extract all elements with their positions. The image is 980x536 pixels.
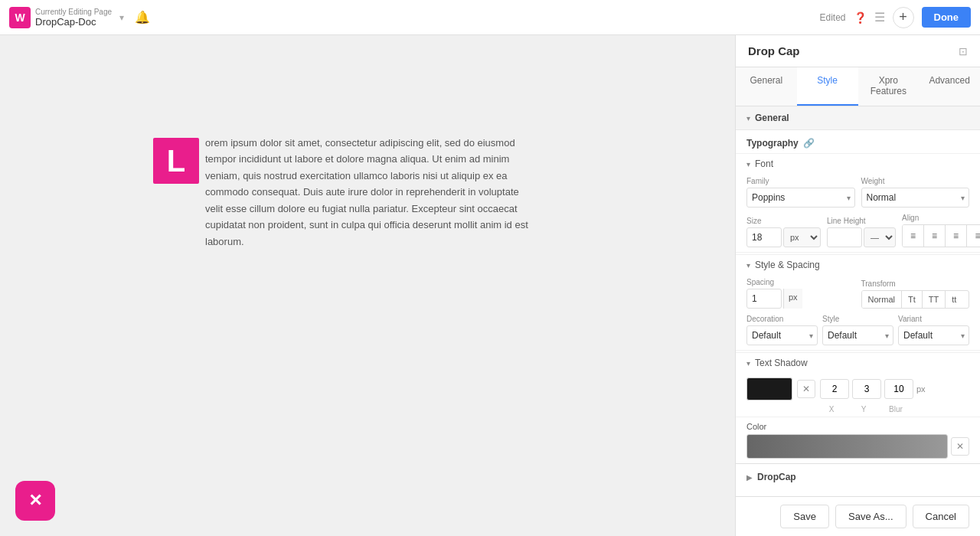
size-input[interactable]: [746, 227, 782, 247]
panel-title: Drop Cap: [748, 44, 800, 57]
align-label: Align: [902, 214, 980, 222]
transform-lowercase-button[interactable]: tt: [946, 291, 962, 308]
align-group: Align ≡ ≡ ≡ ≡: [902, 214, 980, 247]
shadow-color-swatch[interactable]: [746, 377, 792, 400]
transform-uppercase-button[interactable]: TT: [923, 291, 946, 308]
lineheight-unit[interactable]: — px: [864, 227, 896, 247]
add-button[interactable]: +: [893, 7, 914, 28]
variant-group: Variant Default: [898, 315, 969, 345]
save-button[interactable]: Save: [780, 505, 829, 528]
content-block: L orem ipsum dolor sit amet, consectetur…: [153, 135, 536, 250]
text-shadow-label: Text Shadow: [755, 358, 808, 368]
color-clear-button[interactable]: ✕: [951, 437, 969, 456]
done-button[interactable]: Done: [922, 7, 972, 28]
lineheight-group: Line Height — px: [827, 217, 896, 247]
variant-label: Variant: [898, 315, 969, 323]
dropcap-label: DropCap: [757, 472, 796, 482]
size-group: Size px em rem: [746, 217, 821, 247]
deco-style-label: Style: [822, 315, 893, 323]
decoration-group: Decoration Default: [746, 315, 818, 345]
main-layout: L orem ipsum dolor sit amet, consectetur…: [0, 35, 980, 536]
page-name: DropCap-Doc: [35, 16, 112, 28]
content-text: orem ipsum dolor sit amet, consectetur a…: [205, 135, 536, 250]
topbar-right: Edited ❓ ☰ + Done: [819, 7, 971, 28]
shadow-labels: X Y Blur: [736, 405, 980, 417]
weight-select[interactable]: Normal: [861, 188, 970, 208]
typography-header: Typography 🔗: [736, 130, 980, 154]
weight-label: Weight: [861, 177, 970, 185]
style-spacing-chevron: ▾: [746, 261, 750, 270]
transform-capitalize-button[interactable]: Tt: [902, 291, 923, 308]
shadow-blur-label: Blur: [881, 405, 910, 413]
cancel-button[interactable]: Cancel: [913, 505, 969, 528]
align-left-button[interactable]: ≡: [903, 225, 924, 247]
spacing-label: Spacing: [746, 278, 855, 286]
family-group: Family Poppins: [746, 177, 855, 208]
help-icon[interactable]: ❓: [854, 11, 867, 24]
spacing-unit[interactable]: px: [783, 289, 802, 309]
general-section-header[interactable]: ▾ General: [736, 106, 980, 130]
close-button[interactable]: ✕: [15, 481, 55, 521]
shadow-y-input[interactable]: [852, 379, 881, 399]
minimize-icon[interactable]: ⊡: [959, 45, 968, 57]
style-spacing-header[interactable]: ▾ Style & Spacing: [736, 254, 980, 275]
spacing-group: Spacing px: [746, 278, 855, 309]
align-buttons: ≡ ≡ ≡ ≡: [902, 224, 980, 247]
transform-normal-button[interactable]: Normal: [862, 291, 902, 308]
lineheight-input[interactable]: [827, 227, 862, 247]
close-icon: ✕: [28, 491, 42, 511]
app-icon: W: [9, 7, 31, 28]
lineheight-label: Line Height: [827, 217, 896, 225]
shadow-clear-button[interactable]: ✕: [797, 380, 815, 398]
editing-label: Currently Editing Page: [35, 8, 112, 16]
transform-group: Transform Normal Tt TT tt: [861, 279, 970, 309]
shadow-x-label: X: [817, 405, 846, 413]
tab-advanced[interactable]: Advanced: [919, 67, 980, 106]
deco-style-select[interactable]: Default: [822, 325, 893, 345]
edited-label: Edited: [819, 12, 845, 23]
size-lineheight-align-row: Size px em rem Line Height: [736, 211, 980, 250]
size-unit-select[interactable]: px em rem: [783, 227, 821, 247]
align-right-button[interactable]: ≡: [946, 225, 967, 247]
chevron-down-icon[interactable]: ▾: [119, 12, 124, 23]
page-info: Currently Editing Page DropCap-Doc: [35, 8, 112, 28]
spacing-input[interactable]: [746, 289, 782, 309]
color-swatch[interactable]: [746, 434, 948, 459]
tab-style[interactable]: Style: [797, 67, 858, 106]
bell-icon[interactable]: 🔔: [135, 10, 150, 25]
decoration-select[interactable]: Default: [746, 325, 818, 345]
size-label: Size: [746, 217, 821, 225]
shadow-y-label: Y: [849, 405, 878, 413]
panel-tabs: General Style Xpro Features Advanced: [736, 67, 980, 106]
transform-label: Transform: [861, 279, 970, 288]
shadow-unit-label: px: [916, 384, 926, 394]
save-as-button[interactable]: Save As...: [835, 505, 906, 528]
right-panel: Drop Cap ⊡ General Style Xpro Features A…: [735, 35, 980, 536]
family-select[interactable]: Poppins: [746, 188, 855, 208]
typography-label: Typography: [746, 138, 799, 149]
general-section-label: General: [755, 113, 789, 123]
font-section-header[interactable]: ▾ Font: [736, 154, 980, 174]
dropcap-header[interactable]: ▶ DropCap: [736, 464, 980, 490]
text-shadow-header[interactable]: ▾ Text Shadow: [736, 352, 980, 373]
weight-select-wrapper: Normal: [861, 188, 970, 208]
weight-group: Weight Normal: [861, 177, 970, 208]
dropcap-chevron-icon: ▶: [746, 473, 753, 482]
variant-select[interactable]: Default: [898, 325, 969, 345]
dropcap-section: ▶ DropCap: [736, 463, 980, 490]
tab-xpro[interactable]: Xpro Features: [858, 67, 920, 106]
tab-general[interactable]: General: [736, 67, 797, 106]
shadow-x-input[interactable]: [820, 379, 849, 399]
style-spacing-label: Style & Spacing: [755, 260, 820, 270]
style-group: Style Default: [822, 315, 893, 345]
family-weight-row: Family Poppins Weight Normal: [736, 174, 980, 211]
color-input-row: ✕: [746, 434, 969, 459]
link-icon[interactable]: 🔗: [803, 138, 815, 149]
panel-scroll: ▾ General Typography 🔗 ▾ Font Family: [736, 106, 980, 496]
panel-header: Drop Cap ⊡: [736, 35, 980, 67]
list-icon[interactable]: ☰: [874, 10, 885, 25]
align-justify-button[interactable]: ≡: [967, 225, 980, 247]
transform-buttons: Normal Tt TT tt: [861, 290, 970, 309]
shadow-blur-input[interactable]: [884, 379, 913, 399]
align-center-button[interactable]: ≡: [924, 225, 946, 247]
